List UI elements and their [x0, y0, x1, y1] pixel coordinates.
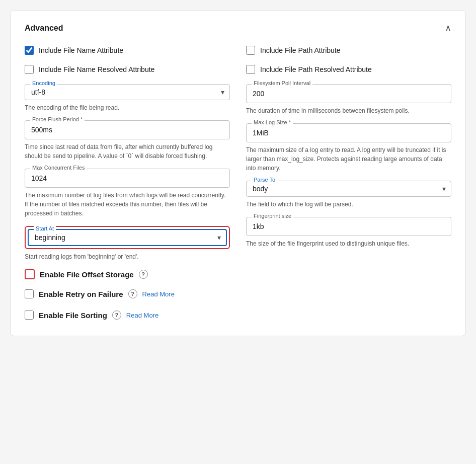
filesystem-poll-description: The duration of time in milliseconds bet…: [246, 106, 451, 115]
max-log-size-label: Max Log Size *: [252, 119, 293, 125]
filesystem-poll-field-group: Filesystem Poll Interval 200 The duratio…: [246, 84, 451, 115]
retry-on-failure-label: Enable Retry on Failure: [39, 290, 123, 298]
max-log-size-value: 1MiB: [253, 127, 445, 139]
filesystem-poll-label: Filesystem Poll Interval: [252, 80, 312, 86]
include-file-name-resolved-label[interactable]: Include File Name Resolved Attribute: [39, 65, 154, 73]
max-concurrent-field-group: Max Concurrent Files 1024 The maximum nu…: [25, 169, 230, 218]
retry-on-failure-checkbox[interactable]: [25, 289, 34, 298]
filesystem-poll-wrapper[interactable]: Filesystem Poll Interval 200: [246, 84, 451, 103]
start-at-label: Start At: [34, 225, 56, 231]
include-file-path-checkbox[interactable]: [246, 46, 255, 55]
left-column: Include File Name Attribute Include File…: [25, 46, 230, 269]
file-sorting-checkbox[interactable]: [25, 311, 34, 320]
include-file-path-label[interactable]: Include File Path Attribute: [260, 46, 341, 54]
parse-to-value: body: [253, 183, 268, 195]
encoding-label: Encoding: [30, 80, 57, 86]
force-flush-field-group: Force Flush Period * 500ms Time since la…: [25, 120, 230, 161]
filesystem-poll-value: 200: [253, 88, 445, 100]
encoding-arrow-icon: ▾: [221, 88, 224, 96]
parse-to-label: Parse To: [252, 177, 277, 183]
max-log-size-field-group: Max Log Size * 1MiB The maximum size of …: [246, 123, 451, 173]
start-at-value: beginning: [35, 231, 65, 244]
offset-storage-help-icon[interactable]: ?: [139, 270, 148, 279]
parse-to-description: The field to which the log will be parse…: [246, 200, 451, 209]
start-at-arrow-icon: ▾: [217, 234, 221, 242]
offset-storage-checkbox[interactable]: [25, 269, 35, 279]
fingerprint-size-description: The size of the file fingerprint used to…: [246, 239, 451, 248]
start-at-outer-border: Start At beginning ▾: [25, 226, 230, 249]
fingerprint-size-value: 1kb: [253, 220, 445, 233]
force-flush-description: Time since last read of data from file, …: [25, 142, 230, 161]
parse-to-select[interactable]: Parse To body ▾: [246, 181, 451, 197]
file-sorting-row: Enable File Sorting ? Read More: [25, 311, 451, 320]
retry-on-failure-help-icon[interactable]: ?: [128, 289, 137, 298]
file-sorting-label: Enable File Sorting: [39, 311, 107, 320]
retry-on-failure-row: Enable Retry on Failure ? Read More: [25, 289, 451, 298]
start-at-select[interactable]: Start At beginning ▾: [28, 229, 227, 246]
offset-storage-row: Enable File Offset Storage ?: [25, 269, 451, 279]
start-at-description: Start reading logs from 'beginning' or '…: [25, 252, 230, 261]
parse-to-arrow-icon: ▾: [442, 185, 446, 193]
encoding-select[interactable]: Encoding utf-8 ▾: [25, 84, 230, 100]
fingerprint-size-label: Fingerprint size: [252, 213, 293, 219]
max-concurrent-description: The maximum number of log files from whi…: [25, 191, 230, 218]
collapse-icon[interactable]: ∧: [445, 23, 451, 34]
include-file-path-resolved-checkbox[interactable]: [246, 65, 255, 74]
include-file-name-row: Include File Name Attribute: [25, 46, 230, 55]
include-file-name-checkbox[interactable]: [25, 46, 34, 55]
main-grid: Include File Name Attribute Include File…: [25, 46, 451, 269]
include-file-path-resolved-row: Include File Path Resolved Attribute: [246, 65, 451, 74]
encoding-description: The encoding of the file being read.: [25, 103, 230, 112]
max-concurrent-wrapper[interactable]: Max Concurrent Files 1024: [25, 169, 230, 188]
fingerprint-size-field-group: Fingerprint size 1kb The size of the fil…: [246, 217, 451, 248]
force-flush-label: Force Flush Period *: [30, 116, 85, 122]
right-column: Include File Path Attribute Include File…: [246, 46, 451, 269]
include-file-name-resolved-checkbox[interactable]: [25, 65, 34, 74]
encoding-field-group: Encoding utf-8 ▾ The encoding of the fil…: [25, 84, 230, 112]
include-file-name-label[interactable]: Include File Name Attribute: [39, 46, 123, 54]
include-file-path-row: Include File Path Attribute: [246, 46, 451, 55]
retry-on-failure-read-more[interactable]: Read More: [142, 290, 175, 298]
advanced-section: Advanced ∧ Include File Name Attribute I…: [10, 10, 466, 336]
max-log-size-wrapper[interactable]: Max Log Size * 1MiB: [246, 123, 451, 142]
section-header: Advanced ∧: [25, 23, 451, 34]
encoding-value: utf-8: [31, 86, 45, 98]
include-file-name-resolved-row: Include File Name Resolved Attribute: [25, 65, 230, 74]
file-sorting-help-icon[interactable]: ?: [112, 311, 121, 320]
section-title: Advanced: [25, 24, 63, 33]
max-log-size-description: The maximum size of a log entry to read.…: [246, 145, 451, 173]
parse-to-field-group: Parse To body ▾ The field to which the l…: [246, 181, 451, 209]
offset-storage-label: Enable File Offset Storage: [40, 270, 134, 279]
fingerprint-size-wrapper[interactable]: Fingerprint size 1kb: [246, 217, 451, 236]
max-concurrent-label: Max Concurrent Files: [30, 165, 87, 171]
file-sorting-read-more[interactable]: Read More: [126, 312, 158, 319]
force-flush-value: 500ms: [31, 124, 223, 136]
start-at-field-group: Start At beginning ▾ Start reading logs …: [25, 226, 230, 261]
include-file-path-resolved-label[interactable]: Include File Path Resolved Attribute: [260, 65, 372, 73]
force-flush-wrapper[interactable]: Force Flush Period * 500ms: [25, 120, 230, 139]
max-concurrent-value: 1024: [31, 172, 223, 184]
